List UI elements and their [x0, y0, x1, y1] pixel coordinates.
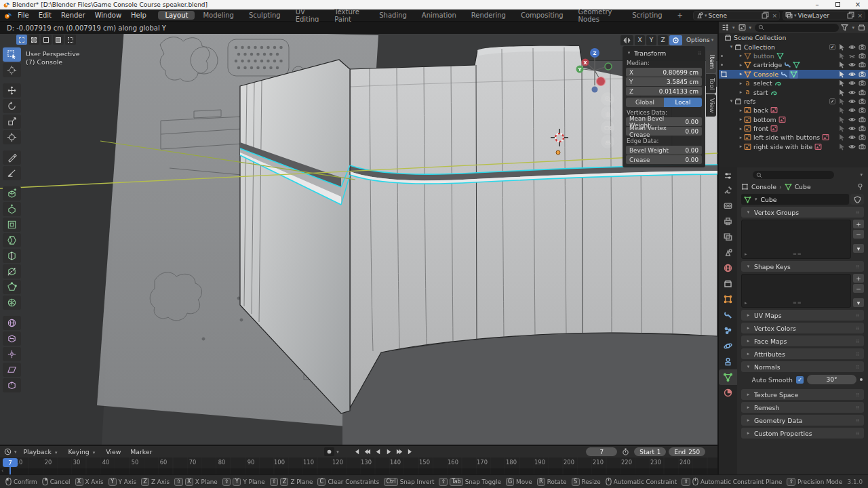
menu-window[interactable]: Window: [90, 12, 126, 19]
workspace-tab-modeling[interactable]: Modeling: [196, 11, 241, 20]
outliner-row-scene-collection[interactable]: Scene Collection: [719, 33, 868, 42]
gizmo-axis-neg-y[interactable]: [605, 63, 612, 70]
expand-icon[interactable]: ▸: [745, 300, 747, 306]
global-button[interactable]: Global: [626, 98, 664, 107]
remove-view-layer-icon[interactable]: ×: [857, 12, 863, 19]
eye-closed-icon[interactable]: [848, 52, 856, 60]
scroll-left-icon[interactable]: ‹: [1, 468, 3, 474]
playhead[interactable]: 7: [3, 458, 18, 467]
proportional-editing-icon[interactable]: [669, 35, 682, 45]
minimize-button[interactable]: –: [807, 0, 827, 9]
panel-normals[interactable]: ▾Normals⠿: [741, 361, 864, 372]
tool-extrude-button[interactable]: [3, 202, 21, 216]
tab-constraints[interactable]: [719, 354, 737, 369]
tool-inset-button[interactable]: [3, 218, 21, 232]
tool-loop-cut-button[interactable]: [3, 249, 21, 263]
resize-handle-icon[interactable]: ==: [793, 251, 802, 257]
exclude-checkbox[interactable]: ✓: [829, 44, 835, 50]
eye-icon[interactable]: [848, 79, 856, 87]
camera-icon[interactable]: [859, 125, 866, 132]
tool-shear-button[interactable]: [3, 363, 21, 377]
selectable-icon[interactable]: [838, 106, 846, 114]
play-button[interactable]: [384, 447, 394, 456]
select-mode-invert-button[interactable]: [53, 35, 64, 45]
disclosure-icon[interactable]: ▸: [738, 53, 744, 58]
shape-key-specials-button[interactable]: ▾: [853, 298, 864, 307]
exclude-checkbox[interactable]: ✓: [829, 98, 835, 104]
panel-uv-maps[interactable]: ▸UV Maps⠿: [741, 310, 864, 321]
3d-scene-canvas[interactable]: X Y Z: [0, 22, 717, 445]
tab-modifiers[interactable]: [719, 307, 737, 323]
current-frame-field[interactable]: 7: [586, 447, 617, 456]
breadcrumb-object[interactable]: Console: [751, 183, 776, 190]
tool-shrink-fatten-button[interactable]: [3, 347, 21, 361]
outliner-row-right-side[interactable]: ▸ right side with bite: [719, 142, 868, 151]
panel-texture-space[interactable]: ▸Texture Space⠿: [741, 389, 864, 400]
tab-view-layer[interactable]: [719, 229, 737, 245]
median-y-field[interactable]: Y3.5845 cm: [626, 77, 702, 86]
camera-icon[interactable]: [859, 143, 866, 150]
play-reverse-button[interactable]: [373, 447, 383, 456]
tool-scale-button[interactable]: [3, 115, 21, 129]
disclosure-icon[interactable]: ▸: [738, 71, 744, 77]
median-x-field[interactable]: X0.80699 cm: [626, 68, 702, 77]
outliner-row-bottom[interactable]: ▸ bottom: [719, 115, 868, 124]
mirror-z-button[interactable]: Z: [658, 35, 668, 45]
menu-playback[interactable]: Playback ▾: [20, 448, 63, 455]
tab-output[interactable]: [719, 214, 737, 229]
menu-render[interactable]: Render: [56, 12, 90, 19]
unlink-scene-icon[interactable]: ×: [772, 12, 777, 19]
menu-edit[interactable]: Edit: [34, 12, 56, 19]
selectable-icon[interactable]: [838, 52, 846, 60]
new-view-layer-icon[interactable]: [847, 12, 854, 19]
outliner-row-cartridge[interactable]: ▸ cartridge: [719, 60, 868, 69]
remove-shape-key-button[interactable]: −: [853, 284, 864, 293]
disclosure-icon[interactable]: ▸: [738, 81, 744, 86]
auto-smooth-checkbox[interactable]: ✓: [796, 376, 804, 384]
selectable-icon[interactable]: [838, 143, 846, 150]
select-mode-new-button[interactable]: [16, 35, 27, 45]
select-mode-intersect-button[interactable]: [65, 35, 76, 45]
eye-icon[interactable]: [848, 43, 856, 51]
selectable-icon[interactable]: [838, 98, 846, 105]
outliner-row-console[interactable]: ▸ Console: [719, 70, 868, 79]
camera-icon[interactable]: [859, 79, 866, 87]
workspace-tab-uv-editing[interactable]: UV Editing: [289, 7, 327, 24]
add-vertex-group-button[interactable]: +: [853, 220, 864, 228]
selectable-icon[interactable]: [838, 61, 846, 68]
panel-custom-properties[interactable]: ▸Custom Properties⠿: [741, 428, 864, 439]
mirror-icon[interactable]: [620, 35, 633, 45]
outliner-row-start[interactable]: ▸ a start: [719, 87, 868, 96]
tab-physics[interactable]: [719, 338, 737, 354]
selectable-icon[interactable]: [838, 134, 846, 141]
disclosure-icon[interactable]: ▸: [738, 135, 744, 140]
workspace-tab-sculpting[interactable]: Sculpting: [242, 11, 288, 20]
workspace-tab-geometry-nodes[interactable]: Geometry Nodes: [572, 7, 625, 24]
camera-icon[interactable]: [859, 89, 866, 96]
shape-keys-list[interactable]: ▸==: [741, 274, 851, 308]
tab-collection[interactable]: [719, 276, 737, 291]
disclosure-icon[interactable]: ▾: [728, 44, 734, 49]
vertex-groups-list[interactable]: ▸==: [741, 220, 851, 259]
tool-annotate-button[interactable]: [3, 150, 21, 165]
selectable-icon[interactable]: [838, 70, 846, 78]
disclosure-icon[interactable]: ▸: [738, 108, 744, 113]
3d-viewport[interactable]: X Y Z D: -0.007919 cm (0.007919 cm) alon…: [0, 22, 717, 445]
disclosure-icon[interactable]: ▾: [728, 98, 734, 104]
sidebar-tab-view[interactable]: View: [706, 94, 716, 117]
maximize-button[interactable]: [827, 0, 848, 9]
camera-view-button[interactable]: [601, 121, 614, 134]
eye-icon[interactable]: [848, 61, 856, 68]
remove-vertex-group-button[interactable]: −: [853, 230, 864, 239]
outliner-row-left-side[interactable]: ▸ left side with buttons: [719, 133, 868, 142]
tool-cursor-button[interactable]: [3, 63, 21, 77]
tab-object[interactable]: [719, 291, 737, 307]
camera-icon[interactable]: [859, 52, 866, 60]
eye-icon[interactable]: [848, 125, 856, 132]
select-mode-extend-button[interactable]: [28, 35, 39, 45]
mirror-y-button[interactable]: Y: [646, 35, 656, 45]
auto-keying-button[interactable]: [324, 447, 334, 456]
panel-remesh[interactable]: ▸Remesh⠿: [741, 402, 864, 413]
mesh-name-field[interactable]: ▾ Cube: [741, 194, 849, 205]
tool-spin-button[interactable]: [3, 296, 21, 310]
